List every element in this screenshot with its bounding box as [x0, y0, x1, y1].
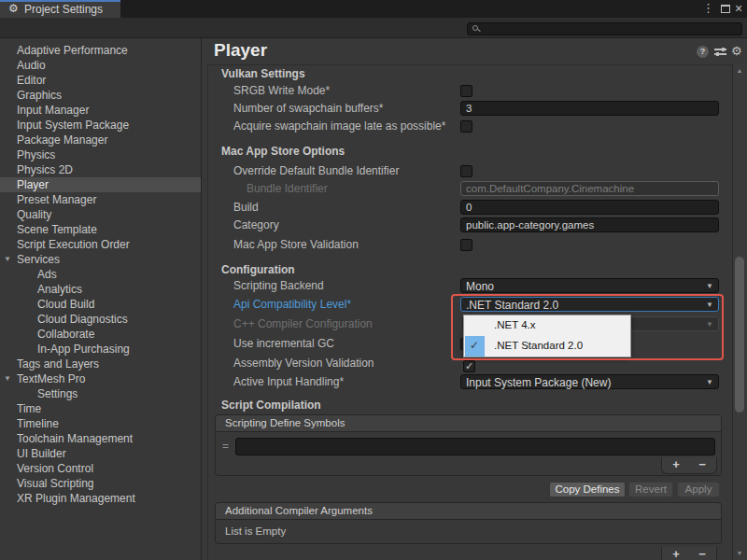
add-button[interactable]: +	[664, 457, 688, 473]
section-configuration: Configuration	[221, 263, 295, 276]
copy-defines-button[interactable]: Copy Defines	[549, 482, 626, 497]
section-mac-app-store: Mac App Store Options	[221, 145, 345, 158]
sidebar-item-textmesh-pro[interactable]: ▼TextMesh Pro	[0, 371, 201, 386]
category-label: Category	[233, 218, 279, 231]
sidebar-item-cloud-diagnostics[interactable]: Cloud Diagnostics	[0, 312, 201, 327]
scripting-define-symbols-box: Scripting Define Symbols =	[215, 414, 722, 476]
additional-args-list-footer: + −	[661, 547, 717, 560]
search-input[interactable]	[467, 22, 742, 35]
window-titlebar: ⚙ Project Settings ⋮ ×	[0, 0, 747, 18]
preset-icon[interactable]	[714, 48, 726, 57]
disclosure-triangle-icon[interactable]: ▼	[4, 252, 11, 267]
additional-compiler-arguments-box: Additional Compiler Arguments List is Em…	[215, 502, 722, 544]
sidebar-item-label: Cloud Diagnostics	[37, 313, 128, 326]
api-compatibility-label: Api Compatibility Level*	[233, 298, 351, 311]
section-script-compilation: Script Compilation	[221, 399, 321, 412]
chevron-down-icon: ▼	[706, 282, 713, 290]
sidebar-item-label: Collaborate	[37, 328, 94, 341]
sidebar-item-script-execution-order[interactable]: Script Execution Order	[0, 237, 201, 252]
mac-validation-label: Mac App Store Validation	[233, 238, 359, 251]
drag-handle[interactable]: =	[222, 440, 229, 453]
sidebar-item-graphics[interactable]: Graphics	[0, 88, 201, 103]
scripting-backend-dropdown[interactable]: Mono ▼	[460, 278, 719, 293]
sidebar-item-xr-plugin-management[interactable]: XR Plugin Management	[0, 491, 201, 506]
content-left-border	[207, 64, 208, 560]
sidebar-item-settings[interactable]: Settings	[0, 386, 201, 401]
override-bundle-label: Override Default Bundle Identifier	[233, 164, 399, 177]
sidebar-item-quality[interactable]: Quality	[0, 207, 201, 222]
sidebar-item-ui-builder[interactable]: UI Builder	[0, 446, 201, 461]
category-input[interactable]: public.app-category.games	[460, 217, 719, 232]
sidebar-item-collaborate[interactable]: Collaborate	[0, 327, 201, 342]
sidebar-item-analytics[interactable]: Analytics	[0, 282, 201, 297]
mac-validation-checkbox[interactable]	[460, 239, 472, 251]
active-input-value: Input System Package (New)	[466, 376, 611, 389]
scroll-up-icon[interactable]: ▲	[732, 65, 747, 77]
chevron-down-icon: ▼	[706, 378, 713, 386]
sidebar-item-audio[interactable]: Audio	[0, 58, 201, 73]
sidebar-item-tags-and-layers[interactable]: Tags and Layers	[0, 357, 201, 371]
sidebar-item-toolchain-management[interactable]: Toolchain Management	[0, 431, 201, 446]
override-bundle-checkbox[interactable]	[460, 165, 472, 177]
cpp-compiler-label: C++ Compiler Configuration	[233, 317, 373, 330]
bundle-identifier-input: com.DefaultCompany.Cinemachine	[460, 181, 719, 196]
add-button[interactable]: +	[664, 547, 688, 560]
sidebar-item-version-control[interactable]: Version Control	[0, 461, 201, 476]
sidebar-item-cloud-build[interactable]: Cloud Build	[0, 297, 201, 312]
sidebar-item-input-manager[interactable]: Input Manager	[0, 103, 201, 118]
disclosure-triangle-icon[interactable]: ▼	[4, 371, 11, 386]
assembly-validation-label: Assembly Version Validation	[233, 357, 374, 370]
scroll-down-icon[interactable]: ▼	[732, 548, 747, 559]
remove-button[interactable]: −	[690, 457, 714, 473]
acquire-swapchain-checkbox[interactable]	[460, 120, 472, 133]
sidebar-item-package-manager[interactable]: Package Manager	[0, 133, 201, 147]
swapchain-buffers-input[interactable]: 3	[460, 101, 719, 116]
sidebar-item-label: UI Builder	[17, 447, 66, 460]
window-maximize-icon[interactable]	[721, 5, 730, 13]
sidebar-item-preset-manager[interactable]: Preset Manager	[0, 192, 201, 207]
srgb-write-mode-checkbox[interactable]	[460, 85, 472, 97]
tab-project-settings[interactable]: ⚙ Project Settings	[0, 0, 120, 18]
sidebar-item-timeline[interactable]: Timeline	[0, 416, 201, 431]
define-symbols-header: Scripting Define Symbols	[216, 415, 721, 432]
highlight-annotation-box	[451, 294, 724, 360]
window-close-icon[interactable]: ×	[735, 1, 742, 16]
sidebar-item-ads[interactable]: Ads	[0, 267, 201, 282]
sidebar-item-scene-template[interactable]: Scene Template	[0, 222, 201, 237]
help-icon[interactable]: ?	[697, 46, 709, 58]
sidebar-item-visual-scripting[interactable]: Visual Scripting	[0, 476, 201, 491]
remove-button[interactable]: −	[690, 547, 714, 560]
settings-gear-icon: ⚙	[8, 2, 19, 15]
assembly-validation-checkbox[interactable]: ✓	[463, 360, 475, 372]
sidebar-item-input-system-package[interactable]: Input System Package	[0, 118, 201, 133]
help-glyph: ?	[700, 47, 706, 56]
sidebar-item-label: Analytics	[37, 283, 82, 296]
define-symbols-input[interactable]	[235, 438, 715, 455]
sidebar-item-label: Physics 2D	[17, 163, 73, 176]
settings-sidebar: Adaptive PerformanceAudioEditorGraphicsI…	[0, 38, 201, 560]
check-icon: ✓	[465, 360, 473, 372]
revert-button[interactable]: Revert	[628, 482, 673, 497]
scrollbar-thumb[interactable]	[735, 257, 744, 413]
sidebar-item-physics-2d[interactable]: Physics 2D	[0, 162, 201, 177]
sidebar-item-player[interactable]: Player	[0, 177, 201, 192]
sidebar-item-label: Quality	[17, 208, 51, 221]
build-input[interactable]: 0	[460, 200, 719, 215]
sidebar-item-label: Time	[17, 402, 41, 415]
sidebar-item-physics[interactable]: Physics	[0, 147, 201, 162]
sidebar-item-label: Scene Template	[17, 223, 97, 236]
sidebar-item-time[interactable]: Time	[0, 401, 201, 416]
sidebar-item-services[interactable]: ▼Services	[0, 252, 201, 267]
sidebar-item-label: Cloud Build	[37, 298, 94, 311]
swapchain-buffers-label: Number of swapchain buffers*	[233, 102, 384, 115]
sidebar-item-label: Timeline	[17, 417, 59, 430]
apply-button[interactable]: Apply	[677, 482, 720, 497]
sidebar-item-editor[interactable]: Editor	[0, 73, 201, 88]
panel-gear-icon[interactable]: ⚙	[731, 44, 742, 58]
active-input-dropdown[interactable]: Input System Package (New) ▼	[460, 374, 719, 389]
sidebar-item-label: Ads	[37, 268, 57, 281]
sidebar-item-in-app-purchasing[interactable]: In-App Purchasing	[0, 342, 201, 357]
sidebar-item-adaptive-performance[interactable]: Adaptive Performance	[0, 43, 201, 58]
active-input-label: Active Input Handling*	[233, 375, 344, 388]
window-menu-icon[interactable]: ⋮	[702, 1, 714, 15]
